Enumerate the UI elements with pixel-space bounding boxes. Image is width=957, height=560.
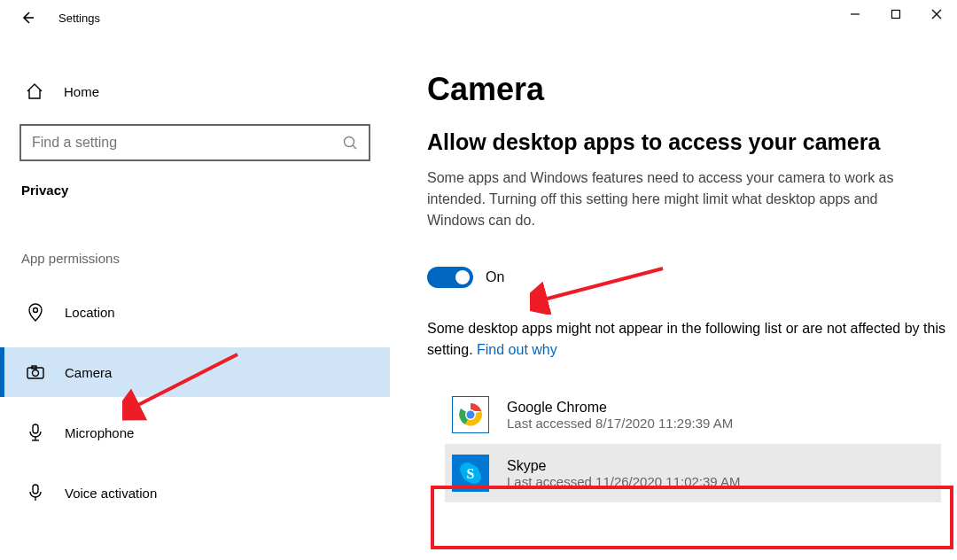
search-input[interactable] [32,135,342,151]
sidebar: Home Privacy App permissions Location Ca… [0,35,390,560]
app-title: Settings [58,12,100,25]
sidebar-item-label: Camera [65,365,112,380]
sidebar-item-label: Microphone [65,425,134,440]
search-box[interactable] [19,124,370,161]
sidebar-item-camera[interactable]: Camera [0,347,390,397]
note-text: Some desktop apps might not appear in th… [427,318,950,361]
sidebar-item-voice-activation[interactable]: Voice activation [0,468,390,517]
sidebar-item-location[interactable]: Location [0,287,390,337]
app-last-accessed: Last accessed 8/17/2020 11:29:39 AM [507,416,733,431]
svg-rect-11 [33,424,38,433]
sidebar-item-label: Location [65,305,115,320]
app-name: Skype [507,458,741,474]
svg-text:S: S [467,466,475,481]
sidebar-item-label: Voice activation [65,486,157,501]
search-icon [342,135,358,151]
svg-rect-8 [27,368,43,378]
toggle-row: On [427,267,957,288]
app-row-skype[interactable]: S Skype Last accessed 11/26/2020 11:02:3… [445,444,941,502]
location-icon [26,302,45,322]
app-last-accessed: Last accessed 11/26/2020 11:02:39 AM [507,474,741,489]
content-area: Camera Allow desktop apps to access your… [390,35,957,560]
group-label-app-permissions: App permissions [0,251,390,266]
voice-activation-icon [26,483,45,502]
home-label: Home [64,84,99,99]
svg-rect-14 [33,485,38,494]
home-nav[interactable]: Home [0,71,390,112]
back-button[interactable] [14,4,41,31]
titlebar: Settings [0,0,957,35]
skype-icon: S [452,455,489,492]
window-controls [835,0,957,28]
svg-point-18 [467,411,475,419]
app-row-chrome[interactable]: Google Chrome Last accessed 8/17/2020 11… [445,385,941,444]
section-label-privacy: Privacy [0,183,390,198]
section-heading: Allow desktop apps to access your camera [427,129,957,155]
maximize-button[interactable] [875,0,916,28]
home-icon [25,82,44,101]
page-title: Camera [427,71,957,108]
svg-rect-1 [892,11,900,19]
minimize-button[interactable] [835,0,875,28]
svg-point-9 [33,370,39,377]
toggle-state-label: On [486,269,504,285]
camera-icon [26,362,45,382]
allow-desktop-apps-toggle[interactable] [427,267,473,288]
svg-line-6 [353,145,356,149]
section-description: Some apps and Windows features need to a… [427,167,923,231]
microphone-icon [26,423,45,442]
sidebar-item-microphone[interactable]: Microphone [0,408,390,457]
app-name: Google Chrome [507,400,733,416]
svg-point-7 [34,308,38,313]
chrome-icon [452,396,489,433]
close-button[interactable] [916,0,957,28]
toggle-knob [455,270,470,284]
find-out-why-link[interactable]: Find out why [477,342,557,357]
svg-point-5 [345,137,354,147]
